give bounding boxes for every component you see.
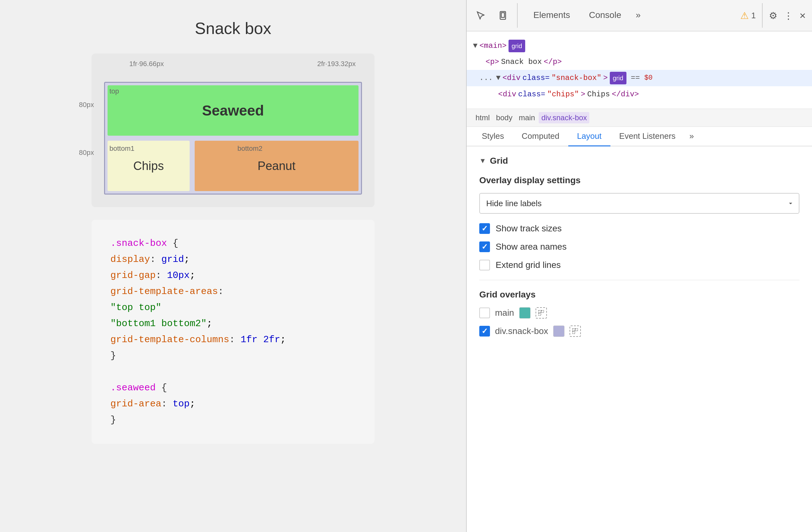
area-label-bottom1: bottom1 [110,144,135,153]
grid-wrapper: top bottom1 bottom2 Seaweed Chips Peanut [104,82,362,195]
grid-column-labels: 1fr·96.66px 2fr·193.32px [129,60,356,68]
close-button[interactable]: × [799,10,806,22]
code-prop-display: display [111,254,150,265]
col-label-1: 1fr·96.66px [129,60,164,68]
code-selector-1: .snack-box [111,238,167,249]
svg-rect-1 [501,13,505,17]
code-block: .snack-box { display: grid; grid-gap: 10… [91,220,375,444]
extend-grid-lines-row: Extend grid lines [479,260,799,270]
tab-more-panels[interactable]: » [684,127,699,146]
snackbox-grid-badge[interactable]: grid [610,72,626,84]
overlay-snackbox-label: div.snack-box [495,326,548,336]
overlay-snackbox-color[interactable] [553,325,565,337]
svg-rect-7 [573,332,575,334]
devtools-toolbar: Elements Console » ⚠ 1 ⚙ ⋮ × [467,0,812,31]
show-area-names-label: Show area names [496,242,567,252]
settings-icon[interactable]: ⚙ [769,10,778,21]
overlay-main-icon[interactable] [536,307,547,319]
dropdown-row: Hide line labels Show line numbers Show … [479,193,799,214]
svg-rect-5 [573,328,575,331]
breadcrumb-snackbox[interactable]: div.snack-box [539,112,589,123]
overlay-main-row: main [479,307,799,319]
overlay-main-label: main [495,308,514,318]
grid-section-header: ▼ Grid [479,156,799,166]
tab-console[interactable]: Console [580,8,631,24]
main-tag: <main> [479,39,506,53]
tab-computed[interactable]: Computed [513,127,568,146]
row-label-top: 80px [79,101,94,109]
code-prop-areas: grid-template-areas [111,286,218,297]
main-grid-badge[interactable]: grid [508,40,525,52]
extend-grid-lines-checkbox[interactable] [479,260,490,270]
warning-count: 1 [751,11,756,20]
grid-overlays-title: Grid overlays [479,290,799,300]
overlay-settings-title: Overlay display settings [479,175,799,185]
page-title: Snack box [195,19,271,38]
code-selector-2: .seaweed [111,382,156,393]
tab-event-listeners[interactable]: Event Listeners [610,127,684,146]
tree-line-div[interactable]: ... ▼ <div class="snack-box"> grid == $0 [467,70,812,86]
more-options-icon[interactable]: ⋮ [784,10,793,21]
html-tree: ▼ <main> grid <p>Snack box</p> ... ▼ <di… [467,31,812,109]
p-tag: <p> [485,55,499,69]
panel-tabs: Styles Computed Layout Event Listeners » [467,127,812,146]
extend-grid-lines-label: Extend grid lines [496,260,561,270]
peanut-cell: Peanut [195,141,359,191]
breadcrumb-main[interactable]: main [516,112,537,123]
show-track-sizes-checkbox[interactable] [479,223,490,234]
overlay-snackbox-checkbox[interactable] [479,326,490,337]
triangle-icon[interactable]: ▼ [479,157,486,165]
code-prop-gridarea: grid-area [111,398,161,409]
svg-rect-2 [539,310,541,312]
devtools-panel: Elements Console » ⚠ 1 ⚙ ⋮ × ▼ <main> gr… [466,0,812,532]
line-labels-dropdown[interactable]: Hide line labels Show line numbers Show … [479,193,799,214]
overlay-main-checkbox[interactable] [479,308,490,318]
svg-rect-4 [539,313,541,316]
overlay-snackbox-row: div.snack-box [479,325,799,337]
tree-line-chips[interactable]: <div class="chips">Chips</div> [473,86,806,102]
breadcrumb-body[interactable]: body [493,112,515,123]
toolbar-divider-2 [762,3,763,28]
grid-demo-container: 1fr·96.66px 2fr·193.32px 80px 80px top b… [91,54,375,207]
tab-elements[interactable]: Elements [524,8,580,24]
seaweed-cell: Seaweed [107,85,359,136]
grid-overlays-section: Grid overlays main div.snack-box [479,290,799,337]
tab-styles[interactable]: Styles [473,127,513,146]
overlay-snackbox-icon[interactable] [569,325,581,337]
code-prop-columns: grid-template-columns [111,334,229,345]
layout-panel: ▼ Grid Overlay display settings Hide lin… [467,146,812,532]
show-area-names-checkbox[interactable] [479,241,490,252]
breadcrumb: html body main div.snack-box [467,109,812,127]
device-icon[interactable] [495,8,511,23]
dollar-badge: $0 [644,72,653,84]
inspect-icon[interactable] [473,8,489,23]
breadcrumb-html[interactable]: html [473,112,492,123]
area-label-top: top [110,87,119,95]
svg-rect-3 [541,310,544,312]
code-string-1: "top top" [111,302,161,313]
grid-section-title: Grid [490,156,508,166]
tab-more[interactable]: » [630,8,646,24]
browser-content: Snack box 1fr·96.66px 2fr·193.32px 80px … [0,0,466,532]
show-track-sizes-row: Show track sizes [479,223,799,234]
tab-layout[interactable]: Layout [568,127,610,146]
show-track-sizes-label: Show track sizes [496,224,562,234]
tree-line-p[interactable]: <p>Snack box</p> [473,54,806,70]
area-label-bottom2: bottom2 [237,144,263,153]
svg-rect-6 [576,328,578,331]
toolbar-tabs: Elements Console » [524,8,734,24]
code-string-2: "bottom1 bottom2" [111,318,207,329]
toolbar-warning: ⚠ 1 [740,10,756,21]
tree-line-main[interactable]: ▼ <main> grid [473,38,806,54]
code-prop-gap: grid-gap [111,270,156,281]
overlay-main-color[interactable] [519,307,531,319]
show-area-names-row: Show area names [479,241,799,252]
toolbar-divider [517,3,518,28]
col-label-2: 2fr·193.32px [317,60,356,68]
row-label-bottom: 80px [79,149,94,157]
snack-grid: Seaweed Chips Peanut [107,85,359,191]
warning-icon: ⚠ [740,10,749,21]
